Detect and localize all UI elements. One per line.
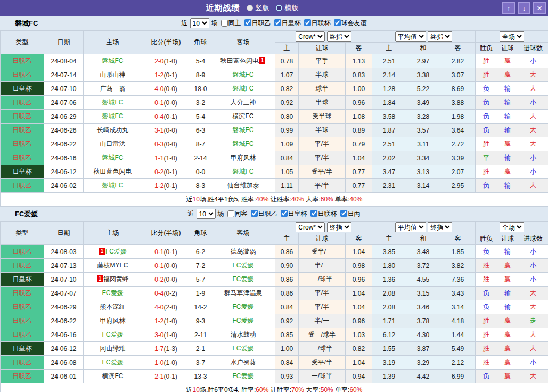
avg-odds-select[interactable]: 平均值 bbox=[395, 222, 426, 232]
result-wdl: 负 bbox=[476, 370, 497, 383]
type-cell: 日职乙 bbox=[1, 300, 44, 314]
type-cell: 日职乙 bbox=[1, 110, 44, 124]
result-wdl-value: 负 bbox=[483, 248, 489, 255]
result-goals-value: 小 bbox=[530, 358, 536, 366]
col-date: 日期 bbox=[44, 31, 84, 54]
games-count-select[interactable]: 10 bbox=[190, 18, 209, 28]
league-filter-checkbox[interactable] bbox=[251, 210, 258, 217]
avg-home-odds: 1.80 bbox=[372, 259, 406, 273]
date-cell: 24-06-22 bbox=[44, 137, 84, 151]
halftime-score: (1-0) bbox=[164, 317, 177, 325]
home-team-name: 山形山神 bbox=[100, 71, 126, 78]
summary-text: 10 bbox=[193, 386, 200, 392]
result-handicap: 赢 bbox=[497, 137, 518, 151]
away-team-cell: 清水鼓动 bbox=[211, 328, 275, 342]
corner-cell: 6-3 bbox=[190, 124, 211, 137]
games-count-select[interactable]: 10 bbox=[197, 209, 216, 219]
home-team-cell: 藤枝MYFC bbox=[84, 259, 142, 273]
home-team-name: FC爱媛 bbox=[105, 248, 127, 255]
result-goals: 小 bbox=[518, 151, 548, 165]
same-venue-checkbox[interactable] bbox=[221, 20, 228, 27]
league-filter-label: 日联杯 bbox=[318, 210, 337, 217]
summary-text: 70% bbox=[291, 386, 304, 392]
crown-handicap: 一/球半 bbox=[299, 342, 346, 356]
type-cell: 日皇杯 bbox=[1, 342, 44, 356]
result-goals-value: 小 bbox=[530, 154, 536, 161]
move-up-button[interactable]: ↑ bbox=[502, 2, 515, 14]
odds-source-select[interactable]: Crow* bbox=[296, 222, 325, 232]
section-summary: 近10场,胜4平1负5, 胜率:40% 让胜率:40% 大率:60% 单率:40… bbox=[1, 193, 548, 207]
result-wdl-value: 负 bbox=[483, 303, 489, 311]
corner-cell: 3-7 bbox=[190, 356, 211, 370]
league-filter-checkbox[interactable] bbox=[281, 210, 288, 217]
date-cell: 24-06-22 bbox=[44, 314, 84, 328]
league-filter-checkbox[interactable] bbox=[244, 19, 251, 26]
same-venue-checkbox[interactable] bbox=[227, 210, 234, 217]
result-handicap-value: 输 bbox=[504, 182, 511, 189]
result-handicap-value: 输 bbox=[504, 303, 511, 311]
move-down-button[interactable]: ↓ bbox=[518, 2, 530, 14]
result-handicap-value: 赢 bbox=[504, 358, 511, 366]
home-team-name: 福冈黄蜂 bbox=[103, 275, 129, 283]
crown-handicap: 平/半 bbox=[299, 287, 346, 300]
section-summary: 近10场,胜6平0负4, 胜率:60% 让胜率:70% 大率:50% 单率:60… bbox=[1, 383, 548, 392]
avg-draw-odds: 3.13 bbox=[406, 165, 440, 179]
avg-draw-odds: 3.48 bbox=[406, 245, 440, 259]
result-handicap-value: 赢 bbox=[504, 168, 511, 175]
league-filter-checkbox[interactable] bbox=[274, 19, 281, 26]
league-filter-checkbox[interactable] bbox=[340, 210, 347, 217]
crown-handicap: 受半球 bbox=[299, 110, 346, 124]
avg-draw-odds: 3.46 bbox=[406, 300, 440, 314]
col-avg-draw: 和 bbox=[406, 233, 440, 245]
crown-away-odds: 1.03 bbox=[346, 328, 372, 342]
result-goals: 小 bbox=[518, 259, 548, 273]
avg-odds-select[interactable]: 平均值 bbox=[395, 31, 426, 42]
away-team-name: 磐城FC bbox=[233, 140, 254, 148]
odds-final-select[interactable]: 终指 bbox=[327, 31, 351, 42]
crown-home-odds: 0.92 bbox=[275, 96, 299, 110]
league-filter-label: 日职乙 bbox=[252, 19, 271, 27]
avg-home-odds: 1.39 bbox=[372, 370, 406, 383]
odds-source-select[interactable]: Crow* bbox=[296, 31, 325, 42]
result-goals: 大 bbox=[518, 342, 548, 356]
result-wdl: 负 bbox=[476, 179, 497, 193]
result-wdl: 负 bbox=[476, 96, 497, 110]
league-filter-checkbox[interactable] bbox=[334, 19, 341, 26]
layout-radio-horizontal[interactable]: 横版 bbox=[276, 3, 299, 13]
result-handicap-value: 输 bbox=[504, 99, 511, 106]
score-cell: 1-2(1-0) bbox=[142, 314, 190, 328]
away-team-cell: 磐城FC bbox=[211, 68, 275, 82]
result-goals-value: 大 bbox=[530, 372, 536, 380]
halftime-score: (1-0) bbox=[164, 58, 177, 65]
crown-away-odds: 1.04 bbox=[346, 356, 372, 370]
result-wdl: 胜 bbox=[476, 356, 497, 370]
result-handicap: 赢 bbox=[497, 273, 518, 287]
avg-final-select[interactable]: 终指 bbox=[428, 31, 452, 42]
fulltime-score: 2-0 bbox=[154, 58, 163, 65]
layout-radio-vertical[interactable]: 竖版 bbox=[247, 3, 269, 13]
league-filter-checkbox[interactable] bbox=[310, 210, 317, 217]
avg-away-odds: 5.49 bbox=[440, 342, 476, 356]
home-team-cell: 山口雷法 bbox=[84, 137, 142, 151]
close-button[interactable]: ✕ bbox=[533, 2, 546, 14]
result-wdl: 负 bbox=[476, 300, 497, 314]
avg-final-select[interactable]: 终指 bbox=[428, 222, 452, 232]
crown-away-odds: 0.96 bbox=[346, 273, 372, 287]
match-row: 日职乙24-06-08FC爱媛1-0(1-0)3-7水户蜀葵0.84受平/半1.… bbox=[1, 356, 548, 370]
summary-text: 50% bbox=[321, 386, 333, 392]
result-wdl-value: 胜 bbox=[483, 71, 489, 78]
away-team-name: 磐城FC bbox=[233, 126, 254, 134]
titlebar: 近期战绩 竖版 横版 ↑ ↓ ✕ bbox=[0, 0, 548, 16]
avg-draw-odds: 3.28 bbox=[406, 110, 440, 124]
result-wdl-value: 负 bbox=[483, 112, 489, 120]
fulltime-score: 0-4 bbox=[154, 113, 163, 120]
odds-final-select[interactable]: 终指 bbox=[327, 222, 351, 232]
crown-home-odds: 0.85 bbox=[275, 328, 299, 342]
match-row: 日职乙24-06-16FC爱媛3-0(1-0)2-11清水鼓动0.85受一/球半… bbox=[1, 328, 548, 342]
result-wdl: 胜 bbox=[476, 68, 497, 82]
full-match-select[interactable]: 全场 bbox=[500, 222, 524, 232]
league-filter-checkbox[interactable] bbox=[304, 19, 311, 26]
home-team-name: 藤枝MYFC bbox=[97, 262, 128, 269]
full-match-select[interactable]: 全场 bbox=[500, 31, 524, 42]
result-handicap: 输 bbox=[497, 245, 518, 259]
